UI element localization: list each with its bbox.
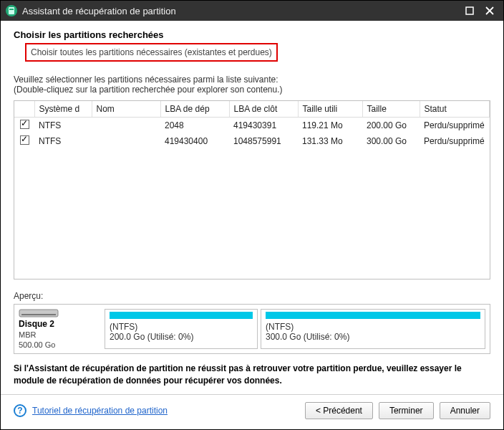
page-heading: Choisir les partitions recherchées <box>14 29 490 40</box>
cell-status: Perdu/supprimé <box>420 133 490 149</box>
disk-size: 500.00 Go <box>19 340 55 349</box>
cell-lba-end: 419430391 <box>229 118 298 134</box>
col-system[interactable]: Système d <box>34 101 92 118</box>
finish-button[interactable]: Terminer <box>379 402 434 419</box>
col-name[interactable]: Nom <box>92 101 160 118</box>
instruction-line1: Veuillez sélectionner les partitions néc… <box>14 75 490 85</box>
partition-bar[interactable]: (NTFS) 300.0 Go (Utilisé: 0%) <box>261 309 485 349</box>
subtitle-highlight: Choisir toutes les partitions nécessaire… <box>25 43 278 62</box>
col-checkbox <box>14 101 34 118</box>
col-lba-start[interactable]: LBA de dép <box>160 101 229 118</box>
svg-text:?: ? <box>17 406 22 416</box>
cell-used: 131.33 Mo <box>298 133 362 149</box>
cell-name <box>92 133 160 149</box>
table-row[interactable]: NTFS 2048 419430391 119.21 Mo 200.00 Go … <box>14 118 490 134</box>
partition-bars: (NTFS) 200.0 Go (Utilisé: 0%) (NTFS) 300… <box>105 309 485 349</box>
col-used[interactable]: Taille utili <box>298 101 362 118</box>
svg-rect-7 <box>21 314 56 315</box>
cell-size: 200.00 Go <box>362 118 420 134</box>
cell-name <box>92 118 160 134</box>
help-icon: ? <box>14 404 26 417</box>
hdd-icon <box>19 309 59 317</box>
partition-fs-label: (NTFS) <box>110 322 253 332</box>
maximize-button[interactable] <box>465 6 475 16</box>
cell-system: NTFS <box>34 133 92 149</box>
col-status[interactable]: Statut <box>420 101 490 118</box>
disk-preview: Disque 2 MBR 500.00 Go (NTFS) 200.0 Go (… <box>14 304 490 354</box>
tutorial-link[interactable]: Tutoriel de récupération de partition <box>32 406 168 416</box>
cell-lba-start: 419430400 <box>160 133 229 149</box>
partition-detail: 300.0 Go (Utilisé: 0%) <box>266 332 480 342</box>
partition-table: Système d Nom LBA de dép LBA de clôt Tai… <box>14 100 490 280</box>
table-row[interactable]: NTFS 419430400 1048575991 131.33 Mo 300.… <box>14 133 490 149</box>
cell-size: 300.00 Go <box>362 133 420 149</box>
close-button[interactable] <box>485 6 495 16</box>
app-icon <box>5 4 18 17</box>
cell-lba-start: 2048 <box>160 118 229 134</box>
window-title: Assistant de récupération de partition <box>22 6 465 16</box>
svg-rect-3 <box>466 7 473 14</box>
svg-rect-2 <box>9 9 14 10</box>
table-header-row: Système d Nom LBA de dép LBA de clôt Tai… <box>14 101 490 118</box>
usage-fill <box>266 312 480 319</box>
instruction-line2: (Double-cliquez sur la partition recherc… <box>14 85 490 95</box>
disk-name: Disque 2 <box>19 319 54 329</box>
usage-fill <box>110 312 253 319</box>
partition-detail: 200.0 Go (Utilisé: 0%) <box>110 332 253 342</box>
cell-used: 119.21 Mo <box>298 118 362 134</box>
disk-type: MBR <box>19 330 36 339</box>
cell-status: Perdu/supprimé <box>420 118 490 134</box>
row-checkbox[interactable] <box>20 135 29 145</box>
row-checkbox[interactable] <box>20 120 29 129</box>
cell-lba-end: 1048575991 <box>229 133 298 149</box>
cancel-button[interactable]: Annuler <box>440 402 490 419</box>
partition-fs-label: (NTFS) <box>266 322 480 332</box>
cell-system: NTFS <box>34 118 92 134</box>
instructions: Veuillez sélectionner les partitions néc… <box>14 75 490 95</box>
footer: ? Tutoriel de récupération de partition … <box>1 394 503 426</box>
svg-rect-6 <box>19 310 58 317</box>
titlebar: Assistant de récupération de partition <box>1 1 503 21</box>
svg-rect-1 <box>9 7 14 14</box>
col-size[interactable]: Taille <box>362 101 420 118</box>
window-controls <box>465 6 499 16</box>
recovery-note: Si l'Assistant de récupération de partit… <box>14 363 490 387</box>
preview-label: Aperçu: <box>14 291 490 301</box>
col-lba-end[interactable]: LBA de clôt <box>229 101 298 118</box>
back-button[interactable]: < Précédent <box>305 402 373 419</box>
partition-bar[interactable]: (NTFS) 200.0 Go (Utilisé: 0%) <box>105 309 258 349</box>
disk-info: Disque 2 MBR 500.00 Go <box>19 309 97 349</box>
